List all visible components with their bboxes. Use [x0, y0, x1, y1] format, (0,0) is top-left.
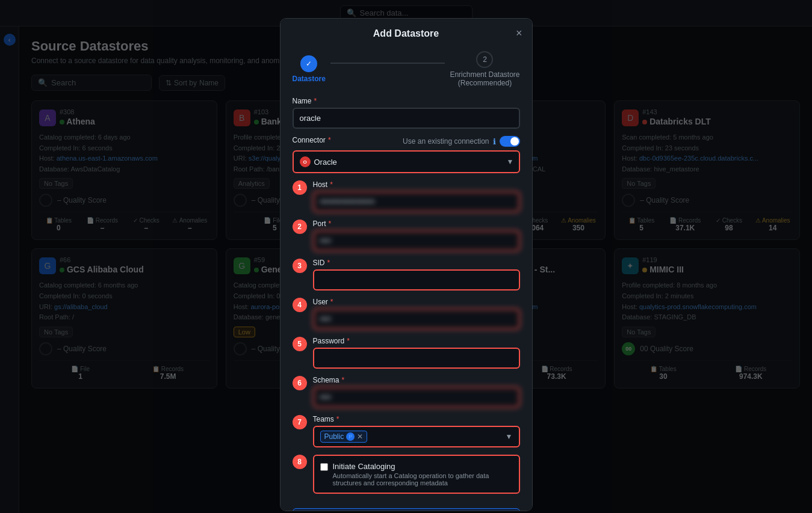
- initiate-cataloging-checkbox[interactable]: [320, 463, 328, 471]
- initiate-cataloging-subtitle: Automatically start a Catalog operation …: [333, 472, 513, 487]
- user-field-group: 4 User *: [293, 298, 520, 330]
- schema-input[interactable]: [313, 387, 520, 408]
- modal-body: Name * Connector * Use an existing conne…: [280, 97, 532, 511]
- oracle-icon: O: [300, 156, 311, 167]
- cataloging-field: Initiate Cataloging Automatically start …: [313, 455, 520, 501]
- step-number-3: 3: [293, 259, 307, 273]
- user-field: User *: [313, 298, 520, 330]
- step-number-8: 8: [293, 455, 307, 469]
- initiate-cataloging-title: Initiate Cataloging: [333, 462, 513, 471]
- step-circle-1: ✓: [300, 55, 317, 72]
- step-2-enrichment: 2 Enrichment Datastore (Recommended): [450, 51, 519, 87]
- sid-field: SID *: [313, 259, 520, 290]
- user-label: User *: [313, 298, 520, 306]
- required-marker: *: [314, 97, 317, 105]
- step-1-datastore: ✓ Datastore: [293, 55, 326, 83]
- existing-conn-toggle: Use an existing connection ℹ: [403, 136, 519, 147]
- add-datastore-modal: Add Datastore × ✓ Datastore 2 Enrichment…: [280, 18, 533, 511]
- step-label-1: Datastore: [293, 75, 326, 83]
- host-field-group: 1 Host *: [293, 180, 520, 212]
- schema-field-group: 6 Schema *: [293, 376, 520, 408]
- stepper: ✓ Datastore 2 Enrichment Datastore (Reco…: [280, 44, 532, 97]
- step-label-2: Enrichment Datastore (Recommended): [450, 70, 519, 87]
- existing-conn-label: Use an existing connection: [403, 137, 489, 146]
- step-number-5: 5: [293, 337, 307, 351]
- connector-select-wrap: O Oracle ▼: [293, 150, 520, 173]
- info-icon: ℹ: [493, 137, 496, 146]
- name-input[interactable]: [293, 108, 520, 129]
- teams-field: Teams * Public P ✕ ▼: [313, 415, 520, 447]
- info-bar: ℹ Connection will be established from IP…: [293, 508, 520, 511]
- step-number-6: 6: [293, 376, 307, 390]
- modal-close-button[interactable]: ×: [516, 27, 522, 40]
- required-marker: *: [330, 298, 333, 306]
- team-tag-close-icon[interactable]: ✕: [357, 432, 363, 441]
- required-marker: *: [330, 180, 333, 189]
- schema-label: Schema *: [313, 376, 520, 384]
- modal-header: Add Datastore ×: [280, 19, 532, 44]
- initiate-cataloging-text: Initiate Cataloging Automatically start …: [333, 462, 513, 487]
- host-label: Host *: [313, 180, 520, 189]
- step-line: [330, 63, 445, 64]
- step-number-2: 2: [293, 220, 307, 234]
- name-label: Name *: [293, 97, 520, 105]
- initiate-cataloging-row: Initiate Cataloging Automatically start …: [313, 455, 520, 494]
- password-label: Password *: [313, 337, 520, 345]
- teams-input[interactable]: Public P ✕ ▼: [313, 426, 520, 447]
- cataloging-field-group: 8 Initiate Cataloging Automatically star…: [293, 455, 520, 501]
- teams-label: Teams *: [313, 415, 520, 423]
- connector-section: Connector * Use an existing connection ℹ…: [293, 136, 520, 173]
- step-number-1: 1: [293, 180, 307, 195]
- required-marker: *: [329, 220, 332, 228]
- host-input[interactable]: [313, 191, 520, 212]
- modal-title: Add Datastore: [373, 28, 439, 39]
- teams-field-group: 7 Teams * Public P ✕ ▼: [293, 415, 520, 447]
- required-marker: *: [347, 337, 350, 345]
- sid-field-group: 3 SID *: [293, 259, 520, 290]
- chevron-down-icon: ▼: [507, 158, 514, 166]
- port-field-group: 2 Port *: [293, 220, 520, 251]
- port-field: Port *: [313, 220, 520, 251]
- chevron-down-icon: ▼: [506, 432, 513, 441]
- connector-select[interactable]: O Oracle: [293, 150, 520, 173]
- team-tag-public: Public P ✕: [320, 431, 368, 443]
- form-group-name: Name *: [293, 97, 520, 129]
- port-label: Port *: [313, 220, 520, 228]
- team-icon: P: [346, 432, 355, 441]
- user-input[interactable]: [313, 309, 520, 330]
- step-number-7: 7: [293, 415, 307, 429]
- password-field-group: 5 Password *: [293, 337, 520, 369]
- sid-input[interactable]: [313, 269, 520, 290]
- connector-label: Connector *: [293, 136, 331, 144]
- step-number-4: 4: [293, 298, 307, 312]
- step-circle-2: 2: [476, 51, 493, 68]
- host-field: Host *: [313, 180, 520, 212]
- connector-value: Oracle: [314, 158, 337, 167]
- password-field: Password *: [313, 337, 520, 369]
- existing-conn-toggle-switch[interactable]: [500, 136, 520, 147]
- schema-field: Schema *: [313, 376, 520, 408]
- sid-label: SID *: [313, 259, 520, 267]
- password-input[interactable]: [313, 348, 520, 369]
- required-marker: *: [342, 376, 345, 384]
- required-marker: *: [336, 415, 339, 423]
- port-input[interactable]: [313, 230, 520, 251]
- team-tag-label: Public: [324, 432, 344, 441]
- required-marker: *: [327, 259, 330, 267]
- modal-overlay: Add Datastore × ✓ Datastore 2 Enrichment…: [0, 0, 812, 513]
- required-marker: *: [328, 136, 331, 144]
